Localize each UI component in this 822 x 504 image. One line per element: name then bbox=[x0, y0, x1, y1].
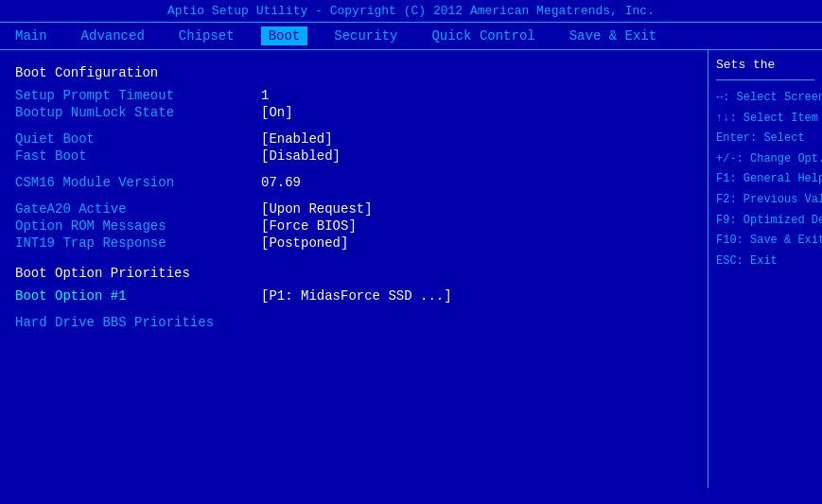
config-label[interactable]: Option ROM Messages bbox=[15, 218, 261, 234]
left-panel: Boot ConfigurationSetup Prompt Timeout1B… bbox=[0, 50, 708, 488]
config-row: Hard Drive BBS Priorities bbox=[15, 315, 692, 330]
sets-the-text: Sets the bbox=[716, 58, 814, 72]
help-item-7: F10: Save & Exit bbox=[716, 231, 814, 252]
menu-bar: MainAdvancedChipsetBootSecurityQuick Con… bbox=[0, 23, 822, 50]
help-item-1: ↑↓: Select Item bbox=[716, 109, 814, 130]
help-list: ↔: Select Screen↑↓: Select ItemEnter: Se… bbox=[716, 88, 814, 271]
section-header-0: Boot Configuration bbox=[15, 65, 692, 80]
config-label[interactable]: CSM16 Module Version bbox=[15, 175, 261, 190]
config-row: Boot Option #1[P1: MidasForce SSD ...] bbox=[15, 288, 692, 304]
section-header-4: Boot Option Priorities bbox=[15, 266, 692, 281]
menu-item-quick-control[interactable]: Quick Control bbox=[424, 26, 542, 45]
title-bar: Aptio Setup Utility - Copyright (C) 2012… bbox=[0, 0, 822, 23]
config-value: 07.69 bbox=[261, 175, 301, 190]
config-value: 1 bbox=[261, 88, 269, 103]
help-item-3: +/-: Change Opt. bbox=[716, 149, 814, 170]
config-row: Fast Boot[Disabled] bbox=[15, 148, 692, 164]
config-label[interactable]: Setup Prompt Timeout bbox=[15, 88, 261, 103]
spacer bbox=[15, 192, 692, 201]
spacer bbox=[15, 252, 692, 262]
config-label[interactable]: Quiet Boot bbox=[15, 131, 261, 147]
config-label[interactable]: Fast Boot bbox=[15, 148, 261, 164]
config-row: INT19 Trap Response[Postponed] bbox=[15, 235, 692, 251]
config-row: Quiet Boot[Enabled] bbox=[15, 131, 692, 147]
config-value: [Postponed] bbox=[261, 235, 348, 251]
spacer bbox=[15, 305, 692, 315]
config-value: [On] bbox=[261, 105, 293, 120]
config-row: GateA20 Active[Upon Request] bbox=[15, 201, 692, 217]
help-item-4: F1: General Help bbox=[716, 169, 814, 190]
menu-item-advanced[interactable]: Advanced bbox=[74, 26, 152, 45]
config-value: [Force BIOS] bbox=[261, 218, 357, 234]
config-label: Hard Drive BBS Priorities bbox=[15, 315, 261, 330]
config-row: Option ROM Messages[Force BIOS] bbox=[15, 218, 692, 234]
config-value: [P1: MidasForce SSD ...] bbox=[261, 288, 452, 304]
help-item-0: ↔: Select Screen bbox=[716, 88, 814, 109]
config-value: [Enabled] bbox=[261, 131, 333, 147]
config-label[interactable]: GateA20 Active bbox=[15, 201, 261, 217]
menu-item-security[interactable]: Security bbox=[326, 26, 405, 45]
spacer bbox=[15, 122, 692, 131]
right-panel: Sets the ↔: Select Screen↑↓: Select Item… bbox=[708, 50, 822, 488]
help-item-5: F2: Previous Values bbox=[716, 190, 814, 211]
help-item-6: F9: Optimized Defaults bbox=[716, 211, 814, 232]
config-row: Bootup NumLock State[On] bbox=[15, 105, 692, 120]
config-value: [Disabled] bbox=[261, 148, 341, 164]
help-item-8: ESC: Exit bbox=[716, 252, 814, 272]
menu-item-chipset[interactable]: Chipset bbox=[171, 26, 242, 45]
spacer bbox=[15, 165, 692, 175]
config-value: [Upon Request] bbox=[261, 201, 373, 217]
config-row: CSM16 Module Version07.69 bbox=[15, 175, 692, 190]
menu-item-main[interactable]: Main bbox=[8, 26, 55, 45]
config-label[interactable]: INT19 Trap Response bbox=[15, 235, 261, 251]
menu-item-save-and-exit[interactable]: Save & Exit bbox=[562, 26, 664, 45]
config-label[interactable]: Boot Option #1 bbox=[15, 288, 261, 304]
help-item-2: Enter: Select bbox=[716, 129, 814, 149]
menu-item-boot[interactable]: Boot bbox=[261, 26, 308, 45]
config-label[interactable]: Bootup NumLock State bbox=[15, 105, 261, 120]
config-row: Setup Prompt Timeout1 bbox=[15, 88, 692, 103]
spacer bbox=[15, 332, 692, 341]
title-text: Aptio Setup Utility - Copyright (C) 2012… bbox=[167, 4, 655, 18]
